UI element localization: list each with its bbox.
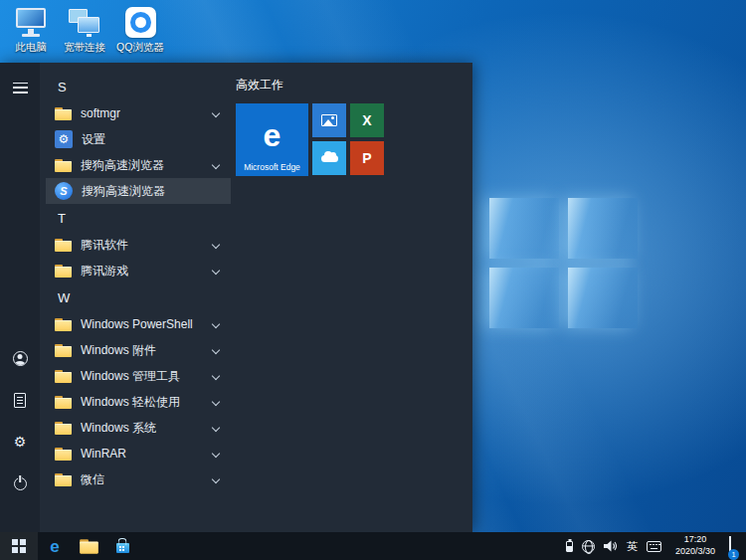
app-row-wechat[interactable]: 微信 [46, 467, 231, 492]
folder-icon [55, 159, 72, 172]
taskbar-edge-button[interactable]: e [38, 532, 72, 560]
tile-panel: 高效工作 e Microsoft Edge X P [231, 63, 472, 532]
photo-icon [321, 114, 337, 126]
chevron-down-icon[interactable] [212, 267, 220, 275]
small-tile-grid: X P [312, 103, 384, 176]
settings-button[interactable]: ⚙ [0, 431, 40, 453]
user-icon [13, 351, 28, 366]
microsoft-store-icon [116, 543, 129, 553]
touch-keyboard-button[interactable] [647, 541, 661, 552]
this-pc-icon [14, 7, 48, 38]
windows-logo-pane [568, 198, 638, 259]
chevron-down-icon[interactable] [212, 241, 220, 249]
notification-badge: 1 [728, 549, 739, 560]
expand-menu-button[interactable] [0, 77, 40, 98]
desktop-icon-label: 此电脑 [15, 41, 47, 53]
app-row-tencent-games[interactable]: 腾讯游戏 [46, 258, 231, 283]
folder-icon [55, 396, 72, 409]
ime-language-indicator[interactable]: 英 [627, 539, 638, 554]
desktop-icon-broadband[interactable]: 宽带连接 [58, 6, 111, 53]
app-section-header-t[interactable]: T [46, 204, 231, 232]
desktop-icon-qq-browser[interactable]: QQ浏览器 [113, 6, 167, 53]
battery-tray-button[interactable] [566, 541, 573, 552]
app-row-windows-admin-tools[interactable]: Windows 管理工具 [46, 363, 231, 389]
date-text: 2020/3/30 [670, 546, 720, 558]
folder-icon [55, 107, 72, 120]
chevron-down-icon[interactable] [212, 475, 220, 483]
settings-gear-icon: ⚙ [55, 130, 73, 148]
power-button[interactable] [0, 472, 40, 494]
file-explorer-icon [80, 539, 98, 553]
edge-icon: e [50, 538, 59, 555]
folder-icon [55, 318, 72, 331]
user-account-button[interactable] [0, 347, 40, 369]
windows-logo-pane [568, 268, 638, 328]
broadband-icon [68, 9, 101, 38]
chevron-down-icon[interactable] [212, 372, 220, 380]
chevron-down-icon[interactable] [212, 161, 220, 169]
system-tray: 英 17:20 2020/3/30 1 [566, 532, 746, 560]
start-menu-rail: ⚙ [0, 63, 40, 532]
tile-label: Microsoft Edge [236, 162, 308, 172]
chevron-down-icon[interactable] [212, 424, 220, 432]
start-menu: ⚙ S softmgr ⚙ 设置 搜狗高速浏览器 S 搜狗高速浏览器 [0, 63, 472, 532]
app-row-windows-accessories[interactable]: Windows 附件 [46, 337, 231, 363]
documents-button[interactable] [0, 389, 40, 411]
tile-excel[interactable]: X [350, 103, 384, 137]
power-icon [14, 477, 27, 490]
taskbar-store-button[interactable] [105, 532, 139, 560]
app-section-header-w[interactable]: W [46, 283, 231, 311]
gear-icon: ⚙ [14, 435, 27, 449]
edge-logo-icon: e [264, 119, 281, 151]
powerpoint-p-icon: P [362, 150, 371, 166]
desktop-icon-label: QQ浏览器 [116, 41, 164, 53]
app-row-windows-ease-of-access[interactable]: Windows 轻松使用 [46, 389, 231, 415]
tile-group-title[interactable]: 高效工作 [236, 77, 472, 93]
taskbar-clock[interactable]: 17:20 2020/3/30 [670, 534, 720, 557]
action-center-button[interactable]: 1 [729, 537, 731, 555]
desktop-icon-label: 宽带连接 [64, 41, 105, 53]
app-row-windows-system[interactable]: Windows 系统 [46, 415, 231, 441]
chevron-down-icon[interactable] [212, 320, 220, 328]
volume-tray-button[interactable] [604, 540, 618, 552]
folder-icon [55, 239, 72, 252]
folder-icon [55, 422, 72, 435]
windows-logo-pane [489, 268, 559, 328]
network-tray-button[interactable] [582, 540, 595, 553]
app-row-winrar[interactable]: WinRAR [46, 441, 231, 467]
tile-onedrive[interactable] [312, 141, 346, 175]
chevron-down-icon[interactable] [212, 109, 220, 117]
all-apps-list: S softmgr ⚙ 设置 搜狗高速浏览器 S 搜狗高速浏览器 T 腾讯软件 [40, 63, 231, 532]
cloud-icon [321, 155, 338, 162]
app-row-sogou-folder[interactable]: 搜狗高速浏览器 [46, 152, 231, 178]
app-row-sogou-browser[interactable]: S 搜狗高速浏览器 [46, 178, 231, 204]
taskbar-file-explorer-button[interactable] [72, 532, 105, 560]
qq-browser-icon [125, 7, 156, 38]
folder-icon [55, 265, 72, 278]
start-button[interactable] [0, 532, 38, 560]
app-row-softmgr[interactable]: softmgr [46, 100, 231, 126]
tile-photos[interactable] [312, 103, 346, 137]
chevron-down-icon[interactable] [212, 346, 220, 354]
app-row-windows-powershell[interactable]: Windows PowerShell [46, 311, 231, 337]
app-row-settings[interactable]: ⚙ 设置 [46, 126, 231, 152]
network-globe-icon [582, 540, 595, 553]
windows-flag-icon [12, 539, 26, 553]
windows-logo-wallpaper [489, 198, 638, 328]
tile-microsoft-edge[interactable]: e Microsoft Edge [236, 103, 308, 176]
windows-logo-pane [489, 198, 559, 259]
chevron-down-icon[interactable] [212, 398, 220, 406]
folder-icon [55, 473, 72, 486]
desktop-icon-this-pc[interactable]: 此电脑 [4, 6, 58, 53]
excel-x-icon: X [362, 112, 371, 128]
folder-icon [55, 448, 72, 461]
chevron-down-icon[interactable] [212, 450, 220, 458]
folder-icon [55, 370, 72, 383]
app-section-header-s[interactable]: S [46, 73, 231, 100]
battery-icon [566, 541, 573, 552]
app-row-tencent-software[interactable]: 腾讯软件 [46, 232, 231, 258]
folder-icon [55, 344, 72, 357]
sogou-browser-icon: S [55, 182, 73, 200]
taskbar: e 英 17:20 2020/3/30 1 [0, 532, 746, 560]
tile-powerpoint[interactable]: P [350, 141, 384, 175]
